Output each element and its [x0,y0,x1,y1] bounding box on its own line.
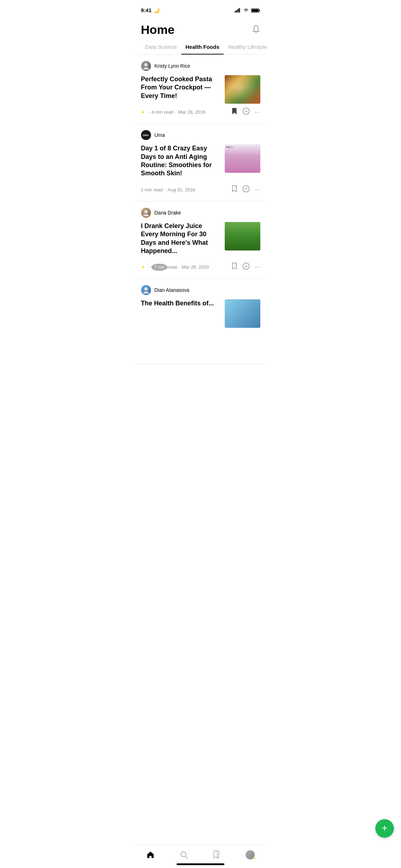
avatar-dana [141,208,151,218]
article-date-1: Mar 28, 2016 [178,109,205,115]
svg-rect-5 [259,10,260,11]
read-label-3: read [167,264,177,270]
article-meta-2: 1 min read · Aug 31, 2016 [141,187,195,192]
bookmark-button-1[interactable] [231,107,238,117]
more-button-3[interactable]: ··· [255,263,260,271]
more-button-1[interactable]: ··· [255,108,260,116]
article-actions-3: ··· [231,262,260,272]
article-thumb-1[interactable] [225,75,260,104]
avatar-uma: UMA [141,130,151,140]
article-text-3: I Drank Celery Juice Every Morning For 3… [141,222,220,259]
article-date-2: Aug 31, 2016 [168,187,195,192]
minus-button-1[interactable] [243,108,250,117]
dot-sep-5: · [179,264,180,270]
status-icons [235,8,260,13]
more-button-2[interactable]: ··· [255,186,260,193]
bookmark-add-button-3[interactable] [231,262,238,272]
author-name-4: Dian Atanasova [155,287,189,293]
minus-button-3[interactable] [243,263,250,272]
minus-circle-icon-2 [243,185,250,192]
article-bottom-2: 1 min read · Aug 31, 2016 ··· [141,185,260,195]
article-title-4[interactable]: The Health Benefits of... [141,299,220,308]
premium-star-icon-1: ✦ [141,109,145,115]
minus-button-2[interactable] [243,185,250,194]
signal-icon [235,8,241,12]
minus-circle-icon [243,108,250,115]
premium-star-icon-3: ✦ [141,264,145,270]
article-row-1: Perfectly Cooked Pasta From Your Crockpo… [141,75,260,104]
article-card-1: Kristy Lynn Rice Perfectly Cooked Pasta … [134,55,267,124]
article-row-4: The Health Benefits of... [141,299,260,328]
article-bottom-1: ✦ · 4 min read · Mar 28, 2016 ··· [141,107,260,117]
article-bottom-3: ✦ · 7 min read · Mar 26, 2020 ··· [141,262,260,272]
dot-sep-2: · [175,109,177,115]
dot-sep-1: · [149,109,150,115]
minus-circle-icon-3 [243,263,250,270]
dot-sep-4: · [149,264,150,270]
author-name-3: Dana Drake [155,210,181,216]
author-row-4: Dian Atanasova [141,285,260,295]
uma-badge-text: UMA [143,134,149,136]
tab-health-foods[interactable]: Health Foods [181,40,224,54]
avatar-kristy [141,61,151,71]
article-date-3: Mar 26, 2020 [182,264,209,270]
dot-sep-3: · [165,187,166,192]
tab-healthy-lifestyle[interactable]: Healthy Lifestyle [224,40,267,54]
bookmark-add-button-2[interactable] [231,185,238,195]
article-title-2[interactable]: Day 1 of 8 Crazy Easy Days to an Anti Ag… [141,144,220,178]
svg-point-19 [144,287,148,291]
article-actions-2: ··· [231,185,260,195]
article-card-4: Dian Atanasova The Health Benefits of... [134,279,267,364]
tab-data-science[interactable]: Data Science [141,40,181,54]
author-row-2: UMA Uma [141,130,260,140]
notification-bell-button[interactable] [252,25,260,35]
article-text-1: Perfectly Cooked Pasta From Your Crockpo… [141,75,220,104]
bell-icon [252,25,260,34]
article-thumb-3[interactable] [225,222,260,250]
author-name-1: Kristy Lynn Rice [155,63,191,69]
avatar-dian [141,285,151,295]
battery-icon [251,8,260,13]
bookmark-add-icon-3 [231,262,238,270]
article-text-2: Day 1 of 8 Crazy Easy Days to an Anti Ag… [141,144,220,181]
read-time-2: 1 min read [141,187,163,192]
article-meta-1: ✦ · 4 min read · Mar 28, 2016 [141,109,205,115]
article-thumb-4[interactable] [225,299,260,328]
article-row-2: Day 1 of 8 Crazy Easy Days to an Anti Ag… [141,144,260,181]
bookmark-filled-icon [231,107,238,115]
svg-rect-0 [235,11,236,12]
page-title: Home [141,23,175,37]
article-actions-1: ··· [231,107,260,117]
svg-rect-2 [238,9,239,12]
read-time-1: 4 min read [151,109,173,115]
article-row-3: I Drank Celery Juice Every Morning For 3… [141,222,260,259]
article-title-1[interactable]: Perfectly Cooked Pasta From Your Crockpo… [141,75,220,100]
svg-rect-6 [251,9,258,12]
article-card-3: Dana Drake I Drank Celery Juice Every Mo… [134,201,267,279]
status-bar: 9:41 🌙 [134,0,267,16]
header: Home [134,16,267,40]
article-thumb-2[interactable]: Day 1... [225,144,260,173]
status-time: 9:41 🌙 [141,7,160,14]
svg-point-7 [144,63,148,67]
article-title-3[interactable]: I Drank Celery Juice Every Morning For 3… [141,222,220,255]
read-time-3: 7 min [151,264,167,271]
article-text-4: The Health Benefits of... [141,299,220,328]
category-tabs: Data Science Health Foods Healthy Lifest… [134,40,267,55]
author-row-3: Dana Drake [141,208,260,218]
wifi-icon [243,8,249,12]
bookmark-add-icon [231,185,238,193]
author-name-2: Uma [155,132,165,138]
svg-point-14 [144,210,148,213]
svg-rect-1 [236,10,237,12]
article-card-2: UMA Uma Day 1 of 8 Crazy Easy Days to an… [134,124,267,201]
author-row-1: Kristy Lynn Rice [141,61,260,71]
article-meta-3: ✦ · 7 min read · Mar 26, 2020 [141,264,209,271]
svg-rect-3 [239,8,240,12]
